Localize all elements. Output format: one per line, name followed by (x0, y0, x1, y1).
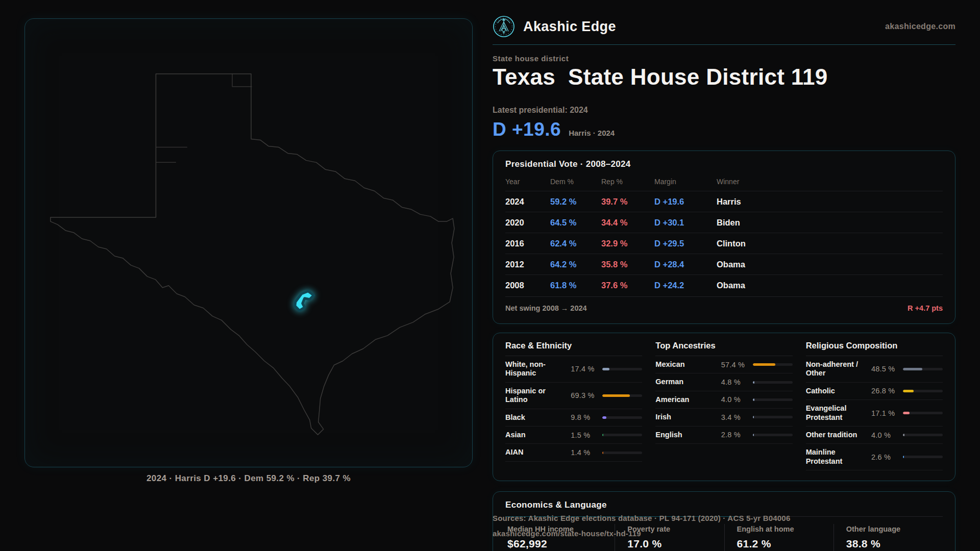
net-swing-row: Net swing 2008 → 2024 R +4.7 pts (505, 296, 943, 312)
page-title: Texas State House District 119 (493, 64, 828, 90)
vote-winner: Clinton (717, 239, 943, 248)
district-map-card (24, 18, 473, 467)
vote-rep-pct: 37.6 % (601, 281, 654, 290)
stat-row: Irish3.4 % (655, 409, 792, 426)
stat-bar (602, 416, 642, 419)
stat-value: 17.4 % (571, 365, 598, 373)
stat-label: AIAN (505, 448, 567, 457)
stat-bar-fill (602, 394, 630, 397)
stat-bar-fill (602, 416, 606, 419)
net-swing-label: Net swing 2008 → 2024 (505, 304, 587, 312)
vote-year: 2012 (505, 260, 550, 269)
stat-bar-fill (753, 381, 755, 384)
stat-value: 2.6 % (871, 453, 899, 461)
stat-row: American4.0 % (655, 391, 792, 409)
stat-label: English (655, 431, 717, 439)
stat-row: Evangelical Protestant17.1 % (806, 400, 943, 427)
texas-outline (51, 74, 454, 435)
vote-dem-pct: 64.5 % (550, 218, 601, 228)
stat-bar-fill (903, 456, 904, 458)
vote-rep-pct: 39.7 % (601, 197, 654, 207)
stat-bar-fill (602, 434, 603, 436)
economics-stat-label: Other language (846, 525, 943, 533)
race-ethnicity-column: Race & Ethnicity White, non-Hispanic17.4… (505, 341, 642, 473)
stat-value: 1.4 % (571, 448, 598, 457)
headline-margin-context: Harris · 2024 (569, 129, 615, 137)
stat-value: 4.8 % (721, 378, 749, 386)
stat-label: Mexican (655, 360, 717, 369)
stat-bar (903, 434, 943, 436)
stat-bar-fill (753, 398, 754, 401)
stat-label: Non-adherent / Other (806, 360, 867, 378)
stat-row: Black9.8 % (505, 409, 642, 427)
vote-year: 2024 (505, 197, 550, 207)
stat-bar (753, 363, 793, 366)
stat-label: Mainline Protestant (806, 448, 867, 466)
brand-header: Akashic Edge akashicedge.com (493, 14, 955, 39)
texas-map (25, 19, 472, 467)
economics-divider (505, 516, 943, 517)
economics-stat-value: 38.8 % (846, 538, 943, 550)
texas-border-detail (156, 74, 252, 163)
stat-label: Black (505, 413, 567, 422)
vote-margin: D +28.4 (654, 260, 717, 269)
vote-winner: Obama (717, 281, 943, 290)
vote-table-row: 201264.2 %35.8 %D +28.4Obama (505, 254, 943, 274)
header-divider (493, 44, 955, 45)
vote-year: 2016 (505, 239, 550, 248)
vote-winner: Harris (717, 197, 943, 207)
stat-value: 4.0 % (721, 395, 749, 404)
stat-value: 2.8 % (721, 431, 749, 439)
vote-table-header: YearDem %Rep %MarginWinner (505, 172, 943, 191)
stat-bar-fill (602, 452, 603, 454)
akashic-edge-logo-icon (493, 15, 515, 38)
vote-table-row: 202459.2 %39.7 %D +19.6Harris (505, 191, 943, 212)
vote-margin: D +30.1 (654, 218, 717, 228)
economics-language-card: Economics & Language Median HH income$62… (493, 491, 955, 551)
stat-label: Hispanic or Latino (505, 387, 567, 405)
stat-label: Irish (655, 413, 717, 421)
stat-bar (602, 394, 642, 397)
vote-year: 2020 (505, 218, 550, 228)
presidential-vote-card: Presidential Vote · 2008–2024 YearDem %R… (493, 151, 955, 324)
stat-bar (602, 368, 642, 370)
stat-value: 4.0 % (871, 431, 899, 439)
stat-bar (753, 434, 793, 436)
stat-bar (903, 412, 943, 414)
vote-table-body: 202459.2 %39.7 %D +19.6Harris202064.5 %3… (505, 191, 943, 295)
vote-dem-pct: 59.2 % (550, 197, 601, 207)
economics-title: Economics & Language (505, 500, 943, 510)
stat-bar (602, 452, 642, 454)
stat-value: 69.3 % (571, 391, 598, 399)
stat-label: White, non-Hispanic (505, 360, 567, 378)
sources-permalink[interactable]: akashicedge.com/state-house/tx-hd-119 (493, 526, 850, 541)
district-marker (295, 291, 314, 311)
vote-winner: Biden (717, 218, 943, 228)
vote-column-header: Rep % (601, 178, 654, 186)
stat-bar-fill (602, 368, 609, 370)
stat-bar-fill (903, 368, 922, 370)
vote-dem-pct: 61.8 % (550, 281, 601, 290)
page-kicker: State house district (493, 54, 569, 63)
stat-row: Hispanic or Latino69.3 % (505, 383, 642, 409)
stat-row: Mexican57.4 % (655, 356, 792, 373)
stat-row: Catholic26.8 % (806, 383, 943, 400)
stat-label: Asian (505, 431, 567, 439)
stat-bar-fill (753, 416, 754, 418)
demographics-card: Race & Ethnicity White, non-Hispanic17.4… (493, 333, 955, 481)
vote-table-row: 201662.4 %32.9 %D +29.5Clinton (505, 233, 943, 254)
brand-domain-link[interactable]: akashicedge.com (885, 22, 955, 31)
stat-value: 9.8 % (571, 413, 598, 421)
stat-bar-fill (753, 434, 754, 436)
vote-margin: D +24.2 (654, 281, 717, 290)
vote-column-header: Margin (654, 178, 717, 186)
stat-bar-fill (903, 390, 914, 392)
vote-year: 2008 (505, 281, 550, 290)
race-ethnicity-list: White, non-Hispanic17.4 %Hispanic or Lat… (505, 356, 642, 462)
religious-composition-list: Non-adherent / Other48.5 %Catholic26.8 %… (806, 356, 943, 470)
top-ancestries-title: Top Ancestries (655, 341, 792, 356)
stat-value: 17.1 % (871, 409, 899, 417)
stat-row: White, non-Hispanic17.4 % (505, 356, 642, 383)
brand-name: Akashic Edge (523, 19, 885, 35)
vote-table-row: 202064.5 %34.4 %D +30.1Biden (505, 212, 943, 233)
